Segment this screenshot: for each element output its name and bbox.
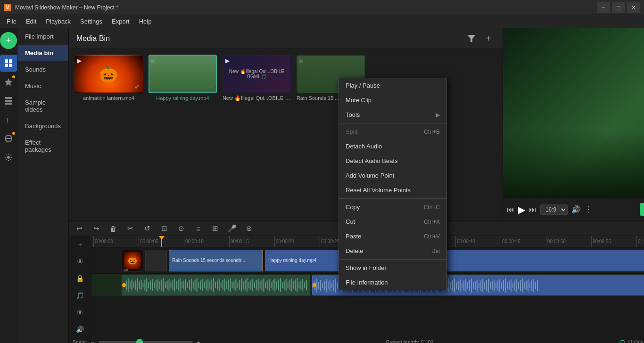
- crop-button[interactable]: ⊡: [157, 221, 172, 236]
- record-button[interactable]: 🎤: [225, 221, 239, 236]
- cut-button[interactable]: ✂: [124, 221, 138, 236]
- aspect-ratio-select[interactable]: 16:9 4:3 1:1: [540, 204, 568, 215]
- menu-file[interactable]: File: [2, 16, 21, 27]
- left-panel-media-bin[interactable]: Media bin: [17, 45, 68, 61]
- sidebar-icon-panels[interactable]: [0, 92, 17, 109]
- scale-slider[interactable]: [99, 341, 193, 343]
- svg-rect-99: [284, 280, 285, 290]
- context-menu: Play / Pause Mute Clip Tools ▶ Split Ctr…: [339, 78, 447, 290]
- sidebar-icon-transitions[interactable]: [0, 130, 17, 147]
- undo-button[interactable]: ↩: [73, 221, 87, 236]
- svg-rect-14: [126, 280, 127, 290]
- menu-playback[interactable]: Playback: [41, 16, 75, 27]
- rotate-button[interactable]: ↺: [140, 221, 155, 236]
- menu-export[interactable]: Export: [107, 16, 134, 27]
- add-media-button[interactable]: +: [482, 32, 495, 45]
- audio-track-button[interactable]: 🎵: [69, 287, 91, 304]
- svg-rect-3: [9, 64, 12, 67]
- audio-visibility-button[interactable]: 👁: [69, 304, 91, 321]
- track-visibility-button[interactable]: 👁: [69, 253, 91, 270]
- media-thumb[interactable]: ▶ ✔ 🎃: [74, 55, 143, 93]
- timeline-playhead[interactable]: [161, 236, 162, 247]
- ctx-show-in-folder[interactable]: Show in Folder: [339, 261, 446, 275]
- properties-button[interactable]: ⊙: [174, 221, 189, 236]
- ctx-copy[interactable]: Copy Ctrl+C: [339, 200, 446, 214]
- media-item[interactable]: ▶ ✔ 🎃 animation lantern.mp4: [74, 55, 143, 101]
- delete-button[interactable]: 🗑: [107, 221, 121, 236]
- main-layout: + T File import Media bin Sounds Music S…: [0, 28, 644, 343]
- left-panel-music[interactable]: Music: [17, 78, 68, 94]
- sidebar-icon-media[interactable]: [0, 55, 17, 72]
- more-options-button[interactable]: ⋮: [585, 205, 592, 214]
- ctx-add-volume-point[interactable]: Add Volume Point: [339, 168, 446, 183]
- svg-rect-57: [206, 280, 206, 290]
- insert-button[interactable]: ⊞: [208, 221, 223, 236]
- svg-rect-92: [271, 282, 272, 288]
- video-clip-rain[interactable]: Rain Sounds 15 seconds soundtr...: [169, 250, 263, 271]
- ctx-reset-all-volume-points[interactable]: Reset All Volume Points: [339, 183, 446, 197]
- left-panel-file-import[interactable]: File import: [17, 28, 68, 45]
- ctx-file-information[interactable]: File Information: [339, 275, 446, 290]
- ctx-delete[interactable]: Delete Del: [339, 244, 446, 258]
- play-pause-button[interactable]: ▶: [518, 204, 525, 215]
- left-panel-sounds[interactable]: Sounds: [17, 61, 68, 78]
- sidebar-icon-favorites[interactable]: [0, 74, 17, 90]
- svg-rect-33: [161, 279, 162, 291]
- svg-rect-63: [217, 280, 218, 290]
- svg-rect-214: [505, 278, 506, 293]
- audio-clip-main[interactable]: [122, 275, 310, 295]
- menu-help[interactable]: Help: [134, 16, 157, 27]
- add-media-button[interactable]: +: [0, 32, 17, 49]
- svg-rect-15: [128, 278, 129, 292]
- media-item[interactable]: ▶ ✔ Happy raining day.mp4: [149, 55, 217, 101]
- audio-volume-button[interactable]: 🔊: [69, 321, 91, 338]
- ctx-paste[interactable]: Paste Ctrl+V: [339, 229, 446, 244]
- step-forward-button[interactable]: ⏭: [529, 205, 537, 214]
- ctx-cut[interactable]: Cut Ctrl+X: [339, 214, 446, 229]
- video-clip-2[interactable]: [145, 250, 167, 271]
- filter-button[interactable]: [465, 32, 478, 45]
- svg-rect-222: [520, 280, 521, 291]
- scale-decrease-button[interactable]: −: [91, 338, 94, 343]
- svg-rect-208: [494, 279, 495, 292]
- svg-rect-71: [231, 282, 232, 288]
- add-track-button[interactable]: +: [69, 236, 91, 253]
- ctx-play-pause[interactable]: Play / Pause: [339, 78, 446, 93]
- svg-rect-20: [137, 278, 138, 292]
- svg-rect-229: [533, 279, 534, 292]
- svg-rect-68: [226, 281, 227, 289]
- left-panel-backgrounds[interactable]: Backgrounds: [17, 118, 68, 134]
- scale-bar: Scale: − + Project length: 01:02 Optimiz…: [69, 338, 644, 343]
- scale-increase-button[interactable]: +: [197, 338, 200, 343]
- redo-button[interactable]: ↪: [90, 221, 104, 236]
- ctx-divider: [339, 123, 446, 123]
- left-panel-effect-packages[interactable]: Effect packages: [17, 134, 68, 158]
- left-panel-sample-videos[interactable]: Sample videos: [17, 94, 68, 118]
- capture-button[interactable]: ⊛: [242, 221, 256, 236]
- ctx-mute-clip[interactable]: Mute Clip: [339, 93, 446, 107]
- volume-button[interactable]: 🔊: [571, 205, 581, 214]
- media-item[interactable]: ▶ New 🔥Illegal Qui...OBILE BGMI 🎵 New 🔥I…: [223, 55, 291, 101]
- maximize-button[interactable]: □: [612, 2, 625, 13]
- step-back-button[interactable]: ⏮: [507, 205, 514, 214]
- svg-rect-75: [239, 280, 240, 290]
- ctx-detach-audio[interactable]: Detach Audio: [339, 139, 446, 154]
- sidebar-icon-settings[interactable]: [0, 149, 17, 166]
- media-thumb[interactable]: ▶ New 🔥Illegal Qui...OBILE BGMI 🎵: [223, 55, 291, 93]
- menu-settings[interactable]: Settings: [75, 16, 107, 27]
- media-thumb[interactable]: ▶ ✔: [149, 55, 217, 93]
- video-clip-happy[interactable]: Happy raining day.mp4: [265, 250, 644, 271]
- svg-rect-203: [484, 282, 485, 289]
- export-button[interactable]: Export: [640, 203, 644, 216]
- ctx-detect-audio-beats[interactable]: Detect Audio Beats: [339, 154, 446, 168]
- svg-rect-97: [280, 278, 281, 292]
- adjust-button[interactable]: ≡: [191, 221, 206, 236]
- minimize-button[interactable]: –: [597, 2, 610, 13]
- menu-edit[interactable]: Edit: [21, 16, 41, 27]
- scale-thumb[interactable]: [136, 339, 143, 343]
- track-lock-button[interactable]: 🔒: [69, 270, 91, 287]
- ctx-tools[interactable]: Tools ▶: [339, 107, 446, 122]
- svg-rect-223: [522, 278, 523, 293]
- close-button[interactable]: ✕: [627, 2, 640, 13]
- sidebar-icon-text[interactable]: T: [0, 111, 17, 128]
